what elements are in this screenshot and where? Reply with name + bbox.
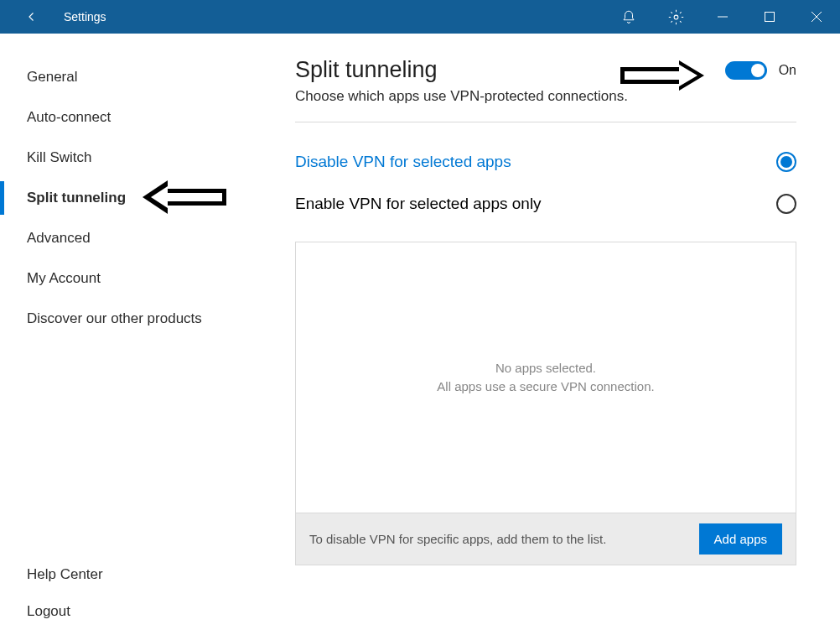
option-label: Disable VPN for selected apps [295, 153, 511, 171]
sidebar-item-label: Split tunneling [27, 190, 126, 206]
option-disable-vpn[interactable]: Disable VPN for selected apps [295, 141, 796, 183]
back-button[interactable] [17, 0, 47, 34]
sidebar-item-label: Discover our other products [27, 310, 202, 327]
sidebar-item-split-tunneling[interactable]: Split tunneling [0, 178, 255, 218]
radio-unselected-icon [776, 194, 796, 214]
divider [295, 122, 796, 122]
sidebar-item-label: Advanced [27, 230, 91, 247]
maximize-button[interactable] [746, 0, 793, 34]
empty-state: No apps selected. All apps use a secure … [296, 242, 796, 513]
option-enable-vpn-only[interactable]: Enable VPN for selected apps only [295, 183, 796, 225]
bell-icon [621, 9, 636, 24]
sidebar: General Auto-connect Kill Switch Split t… [0, 34, 255, 630]
toggle-state-label: On [779, 63, 796, 78]
minimize-icon [718, 12, 728, 22]
minimize-button[interactable] [699, 0, 746, 34]
sidebar-item-helpcenter[interactable]: Help Center [0, 556, 255, 593]
sidebar-item-label: Auto-connect [27, 109, 111, 126]
maximize-icon [765, 12, 775, 22]
settings-button[interactable] [652, 0, 699, 34]
page-subtitle: Choose which apps use VPN-protected conn… [295, 88, 796, 105]
sidebar-item-myaccount[interactable]: My Account [0, 258, 255, 299]
apps-footer-text: To disable VPN for specific apps, add th… [309, 532, 606, 546]
sidebar-item-label: General [27, 69, 77, 86]
sidebar-item-label: Logout [27, 603, 70, 620]
titlebar: Settings [0, 0, 840, 34]
gear-icon [668, 9, 684, 25]
sidebar-item-autoconnect[interactable]: Auto-connect [0, 97, 255, 138]
sidebar-item-advanced[interactable]: Advanced [0, 218, 255, 258]
empty-line: All apps use a secure VPN connection. [437, 377, 654, 397]
sidebar-item-general[interactable]: General [0, 57, 255, 97]
add-apps-button[interactable]: Add apps [699, 523, 782, 555]
arrow-left-icon [24, 9, 39, 24]
apps-footer: To disable VPN for specific apps, add th… [296, 513, 796, 565]
radio-selected-icon [776, 152, 796, 172]
option-label: Enable VPN for selected apps only [295, 195, 542, 213]
sidebar-item-label: Help Center [27, 566, 103, 583]
content-pane: Split tunneling On Choose which apps use… [255, 34, 840, 630]
svg-point-0 [674, 15, 678, 19]
close-icon [811, 12, 822, 22]
sidebar-item-label: Kill Switch [27, 149, 91, 166]
sidebar-item-logout[interactable]: Logout [0, 593, 255, 630]
window-title: Settings [64, 10, 106, 23]
close-button[interactable] [793, 0, 840, 34]
sidebar-item-killswitch[interactable]: Kill Switch [0, 138, 255, 178]
sidebar-item-label: My Account [27, 270, 101, 287]
empty-line: No apps selected. [495, 359, 596, 378]
toggle-knob [751, 64, 765, 77]
page-title: Split tunneling [295, 57, 438, 83]
notifications-button[interactable] [605, 0, 652, 34]
svg-rect-2 [765, 13, 775, 22]
apps-list-box: No apps selected. All apps use a secure … [295, 242, 796, 565]
sidebar-item-discover[interactable]: Discover our other products [0, 299, 255, 339]
split-tunneling-toggle[interactable] [725, 61, 767, 80]
